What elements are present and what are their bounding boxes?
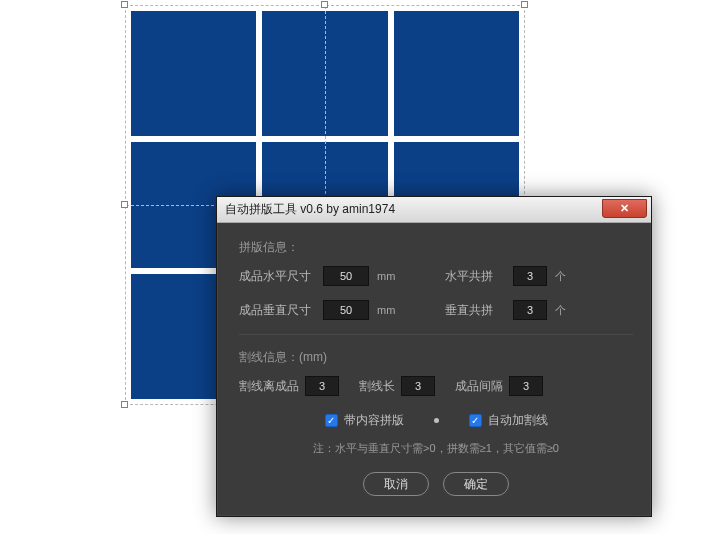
checkbox-label: 带内容拼版 xyxy=(344,412,404,429)
label-gap: 成品间隔 xyxy=(455,378,503,395)
checkbox-label: 自动加割线 xyxy=(488,412,548,429)
label-hcount: 水平共拼 xyxy=(445,268,505,285)
label-vcount: 垂直共拼 xyxy=(445,302,505,319)
input-hcount[interactable] xyxy=(513,266,547,286)
section-imposition-title: 拼版信息： xyxy=(239,239,633,256)
selection-handle[interactable] xyxy=(121,401,128,408)
note-text: 注：水平与垂直尺寸需>0，拼数需≥1，其它值需≥0 xyxy=(239,441,633,456)
unit-mm: mm xyxy=(377,270,399,282)
cancel-button-label: 取消 xyxy=(384,476,408,493)
label-cut-length: 割线长 xyxy=(359,378,395,395)
label-cut-offset: 割线离成品 xyxy=(239,378,299,395)
input-vcount[interactable] xyxy=(513,300,547,320)
unit-piece: 个 xyxy=(555,303,577,318)
ok-button[interactable]: 确定 xyxy=(443,472,509,496)
selection-handle[interactable] xyxy=(321,1,328,8)
check-icon: ✓ xyxy=(469,414,482,427)
dialog-title: 自动拼版工具 v0.6 by amin1974 xyxy=(225,201,395,218)
cancel-button[interactable]: 取消 xyxy=(363,472,429,496)
unit-mm: mm xyxy=(377,304,399,316)
ok-button-label: 确定 xyxy=(464,476,488,493)
section-cutline-title: 割线信息：(mm) xyxy=(239,349,633,366)
selection-handle[interactable] xyxy=(521,1,528,8)
check-icon: ✓ xyxy=(325,414,338,427)
input-cut-length[interactable] xyxy=(401,376,435,396)
divider xyxy=(239,334,633,335)
unit-piece: 个 xyxy=(555,269,577,284)
checkbox-auto-cutline[interactable]: ✓ 自动加割线 xyxy=(469,412,548,429)
label-hsize: 成品水平尺寸 xyxy=(239,268,315,285)
dialog-titlebar[interactable]: 自动拼版工具 v0.6 by amin1974 ✕ xyxy=(217,197,651,223)
label-vsize: 成品垂直尺寸 xyxy=(239,302,315,319)
input-cut-offset[interactable] xyxy=(305,376,339,396)
separator-dot xyxy=(434,418,439,423)
selection-handle[interactable] xyxy=(121,201,128,208)
imposition-dialog: 自动拼版工具 v0.6 by amin1974 ✕ 拼版信息： 成品水平尺寸 m… xyxy=(216,196,652,517)
close-icon: ✕ xyxy=(620,202,629,215)
input-vsize[interactable] xyxy=(323,300,369,320)
input-hsize[interactable] xyxy=(323,266,369,286)
close-button[interactable]: ✕ xyxy=(602,199,647,218)
input-gap[interactable] xyxy=(509,376,543,396)
checkbox-with-content[interactable]: ✓ 带内容拼版 xyxy=(325,412,404,429)
selection-handle[interactable] xyxy=(121,1,128,8)
